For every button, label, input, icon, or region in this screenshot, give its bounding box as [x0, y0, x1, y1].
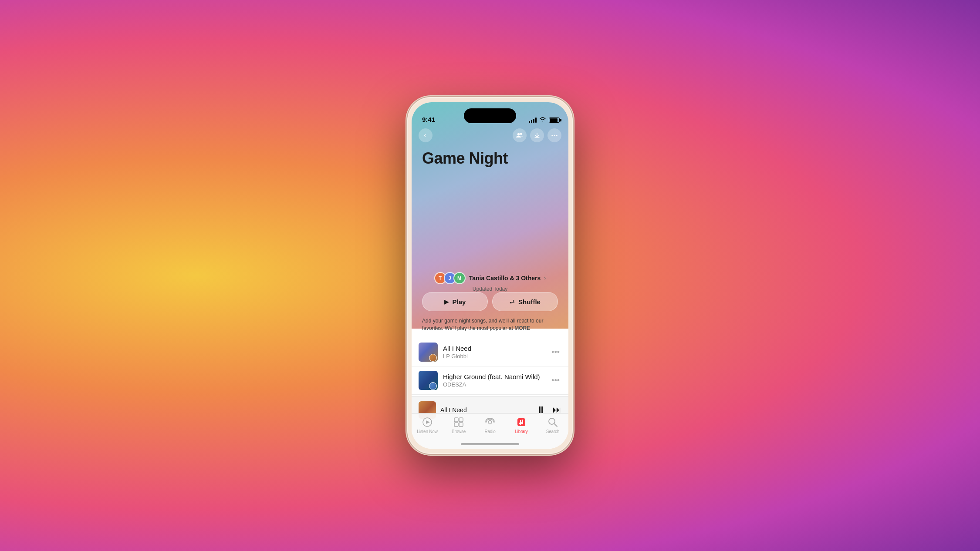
svg-rect-9 [454, 423, 458, 427]
svg-rect-7 [454, 418, 458, 422]
song-info-1: All I Need LP Giobbi [443, 345, 544, 359]
download-button[interactable] [530, 128, 544, 142]
artwork-person-1 [429, 354, 437, 362]
mini-player-title: All I Need [440, 407, 532, 413]
search-icon [547, 417, 558, 427]
collab-name: Tania Castillo & 3 Others [469, 275, 541, 282]
song-info-2: Higher Ground (feat. Naomi Wild) ODESZA [443, 373, 544, 388]
svg-marker-6 [426, 420, 430, 424]
tab-browse-label: Browse [452, 429, 466, 434]
battery-fill [550, 118, 558, 122]
avatar-3: M [453, 272, 466, 284]
svg-point-11 [488, 420, 492, 424]
tab-radio[interactable]: Radio [474, 417, 506, 434]
svg-line-16 [554, 424, 558, 427]
home-indicator [461, 443, 519, 445]
svg-point-4 [556, 135, 558, 136]
svg-point-3 [554, 135, 555, 136]
song-artwork-2 [419, 371, 438, 390]
song-title: Higher Ground (feat. Naomi Wild) [443, 373, 544, 380]
browse-icon [453, 417, 464, 427]
library-icon [516, 417, 527, 427]
play-label: Play [453, 298, 466, 306]
signal-icon [529, 118, 537, 123]
svg-point-14 [521, 422, 523, 424]
collab-updated: Updated Today [473, 286, 508, 292]
song-artist: LP Giobbi [443, 353, 544, 359]
collab-avatars: T J M [434, 272, 466, 284]
tab-library-label: Library [515, 429, 527, 434]
song-more-button-2[interactable]: ••• [550, 374, 561, 387]
play-button[interactable]: ▶ Play [422, 292, 488, 311]
tab-listen-now[interactable]: Listen Now [412, 417, 443, 434]
tab-listen-now-label: Listen Now [417, 429, 437, 434]
shuffle-icon: ⇄ [510, 298, 515, 305]
collab-row[interactable]: T J M Tania Castillo & 3 Others › [434, 272, 546, 284]
shuffle-label: Shuffle [518, 298, 541, 306]
svg-rect-10 [459, 423, 463, 427]
song-title: All I Need [443, 345, 544, 352]
playlist-description: Add your game night songs, and we'll all… [422, 317, 558, 332]
svg-point-0 [517, 133, 520, 136]
battery-icon [549, 118, 560, 123]
song-artwork-1 [419, 343, 438, 362]
people-icon [516, 132, 523, 138]
tab-radio-label: Radio [484, 429, 495, 434]
svg-rect-12 [517, 418, 525, 426]
tab-search-label: Search [546, 429, 560, 434]
phone-wrapper: 9:41 [407, 97, 573, 454]
shuffle-button[interactable]: ⇄ Shuffle [492, 292, 558, 311]
more-link[interactable]: MORE [514, 325, 530, 331]
artwork-person-2 [429, 382, 437, 390]
back-button[interactable]: ‹ [419, 128, 433, 142]
dynamic-island [464, 108, 516, 123]
tab-search[interactable]: Search [537, 417, 568, 434]
download-icon [534, 132, 540, 138]
song-item[interactable]: All I Need LP Giobbi ••• [412, 338, 568, 366]
back-arrow-icon: ‹ [424, 132, 426, 139]
tab-browse[interactable]: Browse [443, 417, 474, 434]
play-icon: ▶ [444, 298, 449, 305]
collab-chevron-icon: › [544, 275, 546, 281]
song-item[interactable]: Higher Ground (feat. Naomi Wild) ODESZA … [412, 366, 568, 395]
more-button[interactable] [547, 128, 561, 142]
svg-rect-8 [459, 418, 463, 422]
nav-bar: ‹ [412, 126, 568, 145]
nav-actions [513, 128, 561, 142]
svg-point-2 [551, 135, 553, 136]
collab-info: T J M Tania Castillo & 3 Others › Update… [412, 272, 568, 292]
svg-point-13 [519, 423, 520, 424]
listen-now-icon [422, 417, 433, 427]
song-list: All I Need LP Giobbi ••• Higher Ground (… [412, 338, 568, 396]
radio-icon [485, 417, 495, 427]
phone-screen: 9:41 [412, 102, 568, 449]
playlist-title: Game Night [422, 149, 508, 168]
people-button[interactable] [513, 128, 527, 142]
ellipsis-icon [551, 134, 558, 136]
song-artist: ODESZA [443, 381, 544, 388]
status-icons [529, 117, 560, 123]
power-button[interactable] [573, 193, 574, 232]
wifi-icon [539, 117, 546, 123]
svg-point-1 [520, 133, 522, 135]
song-more-button-1[interactable]: ••• [550, 346, 561, 359]
tab-library[interactable]: Library [506, 417, 537, 434]
action-buttons: ▶ Play ⇄ Shuffle [422, 292, 558, 311]
